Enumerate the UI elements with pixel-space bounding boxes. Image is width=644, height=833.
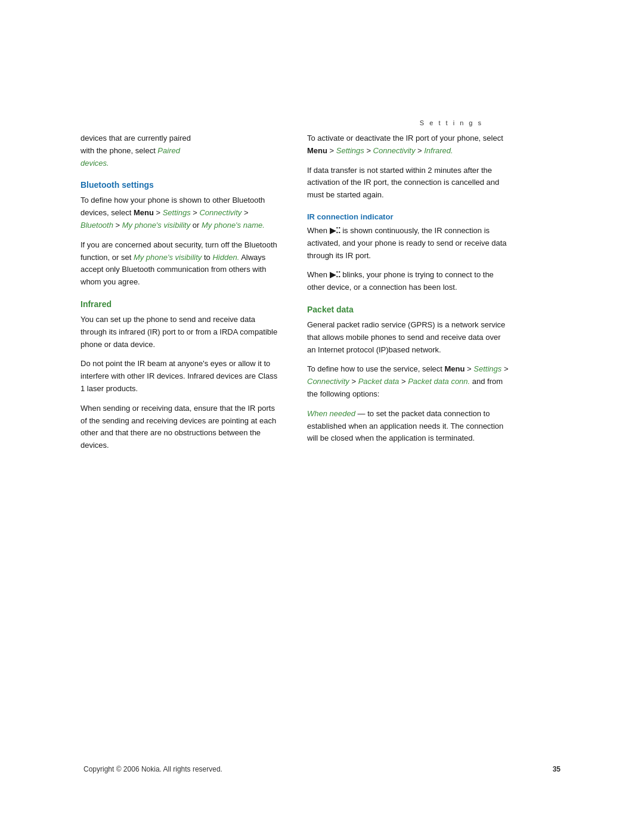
ir-activation-section: To activate or deactivate the IR port of… [307, 132, 510, 202]
pd-arrow3: > [349, 377, 358, 386]
bt-hidden: Hidden. [212, 253, 239, 262]
packet-data-para1: General packet radio service (GPRS) is a… [307, 319, 510, 356]
bt-to: to [202, 253, 212, 262]
bt-settings-italic: Settings [163, 208, 191, 217]
bt-arrow2: > [191, 208, 200, 217]
bt-visibility-italic: My phone's visibility [122, 221, 190, 230]
content-area: devices that are currently paired with t… [0, 132, 644, 463]
bt-or: or [190, 221, 202, 230]
header-label: S e t t i n g s [420, 119, 483, 126]
ir-connection-para1: When ▶⁚⁚ is shown continuously, the IR c… [307, 225, 510, 262]
bt-arrow1: > [154, 208, 163, 217]
ir-act-infrared-italic: Infrared. [424, 146, 453, 155]
bt-visibility2: My phone's visibility [134, 253, 202, 262]
infrared-para1: You can set up the phone to send and rec… [80, 314, 283, 351]
right-column: To activate or deactivate the IR port of… [307, 132, 510, 463]
infrared-para3: When sending or receiving data, ensure t… [80, 402, 283, 452]
packet-data-para2: To define how to use the service, select… [307, 363, 510, 400]
ir-connection-para2: When ▶⁚⁚ blinks, your phone is trying to… [307, 269, 510, 294]
page-footer: Copyright © 2006 Nokia. All rights reser… [0, 765, 644, 773]
ir-connection-heading: IR connection indicator [307, 212, 510, 221]
ir-conn-para1-start: When [307, 226, 330, 235]
pd-dash: — [355, 409, 367, 418]
bluetooth-settings-section: Bluetooth settings To define how your ph… [80, 180, 283, 289]
pd-connectivity-italic: Connectivity [307, 377, 349, 386]
ir-conn-para2-start: When [307, 270, 330, 279]
bt-arrow4: > [113, 221, 122, 230]
pd-para2-start: To define how to use the service, select [307, 364, 445, 373]
page: S e t t i n g s devices that are current… [0, 0, 644, 833]
pd-packetdata-italic: Packet data [358, 377, 400, 386]
left-column: devices that are currently paired with t… [80, 132, 283, 463]
pd-menu-bold: Menu [445, 364, 465, 373]
intro-block: devices that are currently paired with t… [80, 132, 283, 169]
packet-data-section: Packet data General packet radio service… [307, 305, 510, 445]
footer-copyright: Copyright © 2006 Nokia. All rights reser… [83, 765, 222, 773]
bluetooth-settings-para1: To define how your phone is shown to oth… [80, 194, 283, 231]
bt-menu-bold: Menu [134, 208, 154, 217]
intro-text3: devices. [80, 159, 109, 168]
infrared-para2: Do not point the IR beam at anyone's eye… [80, 358, 283, 395]
infrared-heading: Infrared [80, 299, 283, 309]
bt-bluetooth-italic: Bluetooth [80, 221, 113, 230]
packet-data-para3: When needed — to set the packet data con… [307, 408, 510, 445]
ir-act-para1-start: To activate or deactivate the IR port of… [307, 134, 503, 143]
intro-link1: Paired [157, 146, 180, 155]
infrared-section: Infrared You can set up the phone to sen… [80, 299, 283, 452]
pd-when-needed: When needed [307, 409, 355, 418]
ir-act-arrow2: > [364, 146, 373, 155]
bluetooth-settings-para2: If you are concerned about security, tur… [80, 239, 283, 289]
footer-page-number: 35 [553, 765, 561, 773]
intro-text1: devices that are currently paired [80, 134, 191, 143]
ir-icon2: ▶⁚⁚ [330, 270, 340, 279]
bluetooth-settings-heading: Bluetooth settings [80, 180, 283, 190]
ir-icon1: ▶⁚⁚ [330, 226, 340, 235]
bt-name-italic: My phone's name. [202, 221, 265, 230]
ir-activation-para1: To activate or deactivate the IR port of… [307, 132, 510, 157]
intro-text2: with the phone, select [80, 146, 157, 155]
ir-act-settings-italic: Settings [336, 146, 364, 155]
packet-data-heading: Packet data [307, 305, 510, 314]
intro-paragraph: devices that are currently paired with t… [80, 132, 283, 169]
pd-arrow2: > [501, 364, 508, 373]
ir-act-arrow1: > [327, 146, 336, 155]
page-header: S e t t i n g s [0, 0, 644, 132]
pd-settings-italic: Settings [473, 364, 501, 373]
ir-activation-para2: If data transfer is not started within 2… [307, 165, 510, 202]
ir-act-arrow3: > [415, 146, 424, 155]
pd-arrow1: > [465, 364, 473, 373]
bt-connectivity-italic: Connectivity [199, 208, 242, 217]
pd-arrow4: > [399, 377, 408, 386]
pd-packetdataconn-italic: Packet data conn. [408, 377, 470, 386]
bt-arrow3: > [242, 208, 248, 217]
ir-act-menu-bold: Menu [307, 146, 327, 155]
ir-connection-section: IR connection indicator When ▶⁚⁚ is show… [307, 212, 510, 294]
ir-act-connectivity-italic: Connectivity [373, 146, 416, 155]
